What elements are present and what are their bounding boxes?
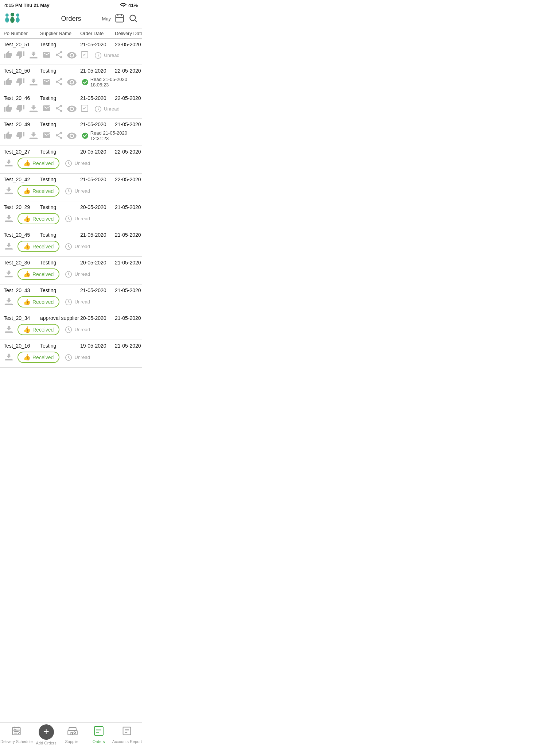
order-actions: 👍 Received Unread — [4, 185, 139, 198]
download-icon[interactable] — [4, 269, 14, 279]
order-item: Test_20_49Testing21-05-202021-05-2020Thu… — [0, 119, 142, 146]
thumb-down-icon[interactable] — [16, 104, 25, 114]
svg-rect-20 — [30, 138, 38, 139]
svg-rect-6 — [116, 15, 124, 22]
received-button[interactable]: 👍 Received — [18, 296, 59, 307]
share-icon[interactable] — [55, 104, 63, 114]
thumb-down-icon[interactable] — [16, 77, 25, 87]
order-item: Test_20_46Testing21-05-202022-05-2020Fri… — [0, 92, 142, 119]
read-status: Unread — [65, 326, 90, 334]
read-status: Read 21-05-2020 12:31:23 — [82, 130, 139, 141]
download-icon[interactable] — [4, 241, 14, 251]
received-button[interactable]: 👍 Received — [18, 158, 59, 169]
svg-point-2 — [11, 13, 14, 16]
po-number: Test_20_45 — [4, 232, 40, 238]
download-icon[interactable] — [4, 158, 14, 168]
eye-icon[interactable] — [67, 131, 77, 141]
eye-icon[interactable] — [67, 77, 77, 87]
order-date: 21-05-2020 — [80, 121, 115, 127]
po-number: Test_20_46 — [4, 95, 40, 101]
download-icon[interactable] — [4, 325, 14, 334]
po-number: Test_20_29 — [4, 204, 40, 210]
download-icon[interactable] — [4, 352, 14, 362]
thumb-up-icon[interactable] — [4, 131, 12, 141]
svg-point-21 — [82, 132, 88, 139]
download-icon[interactable] — [28, 77, 39, 87]
thumb-down-icon[interactable] — [16, 50, 25, 60]
svg-point-10 — [130, 15, 135, 20]
read-status: Unread — [65, 159, 90, 167]
download-icon[interactable] — [4, 214, 14, 224]
thumb-down-icon[interactable] — [16, 131, 25, 141]
order-item: Test_20_42Testing21-05-202022-05-2020Fri… — [0, 174, 142, 201]
order-date: 20-05-2020 — [80, 260, 115, 266]
edit-icon[interactable] — [80, 104, 89, 114]
calendar-icon[interactable] — [114, 13, 125, 24]
nav-actions: May — [102, 13, 138, 24]
order-actions: 👍 Received Unread — [4, 268, 139, 281]
svg-rect-22 — [5, 165, 13, 166]
order-date: 21-05-2020 — [80, 177, 115, 182]
supplier-name: Testing — [40, 177, 80, 182]
column-headers: Po NumberSupplier NameOrder DateDelivery… — [0, 28, 142, 39]
delivery-date: 23-05-2020 — [115, 42, 142, 47]
po-number: Test_20_34 — [4, 315, 40, 321]
share-icon[interactable] — [55, 131, 63, 141]
download-icon[interactable] — [4, 186, 14, 196]
supplier-name: Testing — [40, 232, 80, 238]
eye-icon[interactable] — [67, 104, 77, 114]
thumb-up-icon[interactable] — [4, 50, 12, 60]
unread-text: Unread — [74, 188, 90, 194]
received-button[interactable]: 👍 Received — [18, 213, 59, 224]
svg-rect-28 — [5, 248, 13, 249]
mail-icon[interactable] — [42, 77, 51, 87]
search-icon[interactable] — [128, 13, 138, 24]
svg-rect-15 — [30, 84, 38, 85]
svg-rect-34 — [5, 332, 13, 333]
share-icon[interactable] — [55, 50, 63, 60]
thumb-up-icon: 👍 — [23, 354, 31, 361]
thumb-up-icon[interactable] — [4, 104, 12, 114]
po-number: Test_20_43 — [4, 287, 40, 293]
download-icon[interactable] — [4, 297, 14, 307]
order-item: Test_20_29Testing20-05-202021-05-2020Thu… — [0, 201, 142, 229]
received-button[interactable]: 👍 Received — [18, 185, 59, 197]
download-icon[interactable] — [28, 50, 39, 60]
order-date: 20-05-2020 — [80, 315, 115, 321]
po-number: Test_20_49 — [4, 121, 40, 127]
received-button[interactable]: 👍 Received — [18, 268, 59, 280]
svg-point-5 — [16, 17, 20, 23]
svg-line-11 — [135, 20, 137, 22]
svg-rect-12 — [30, 57, 38, 58]
received-button[interactable]: 👍 Received — [18, 241, 59, 252]
received-button[interactable]: 👍 Received — [18, 324, 59, 335]
eye-icon[interactable] — [67, 50, 77, 60]
mail-icon[interactable] — [42, 50, 51, 60]
thumb-up-icon[interactable] — [4, 77, 12, 87]
supplier-name: Testing — [40, 121, 80, 127]
col-header-order-date: Order Date — [80, 31, 115, 36]
order-item: Test_20_27Testing20-05-202022-05-2020Fri… — [0, 146, 142, 174]
svg-point-3 — [10, 17, 15, 23]
mail-icon[interactable] — [42, 131, 51, 141]
read-status: Unread — [65, 215, 90, 223]
order-actions: Unread — [4, 50, 139, 62]
unread-text: Unread — [104, 53, 120, 58]
supplier-name: approval supplier — [40, 315, 80, 321]
download-icon[interactable] — [28, 131, 39, 141]
edit-icon[interactable] — [80, 50, 89, 60]
unread-text: Unread — [74, 216, 90, 221]
delivery-date: 22-05-2020 — [115, 95, 142, 101]
download-icon[interactable] — [28, 104, 39, 114]
received-button[interactable]: 👍 Received — [18, 352, 59, 363]
order-date: 21-05-2020 — [80, 95, 115, 101]
unread-text: Unread — [74, 271, 90, 277]
thumb-up-icon: 👍 — [23, 326, 31, 333]
share-icon[interactable] — [55, 77, 63, 87]
month-label: May — [102, 16, 111, 22]
battery: 41% — [128, 3, 138, 8]
order-item: Test_20_16Testing19-05-202021-05-2020Thu… — [0, 340, 142, 368]
order-date: 21-05-2020 — [80, 68, 115, 74]
supplier-name: Testing — [40, 260, 80, 266]
mail-icon[interactable] — [42, 104, 51, 114]
